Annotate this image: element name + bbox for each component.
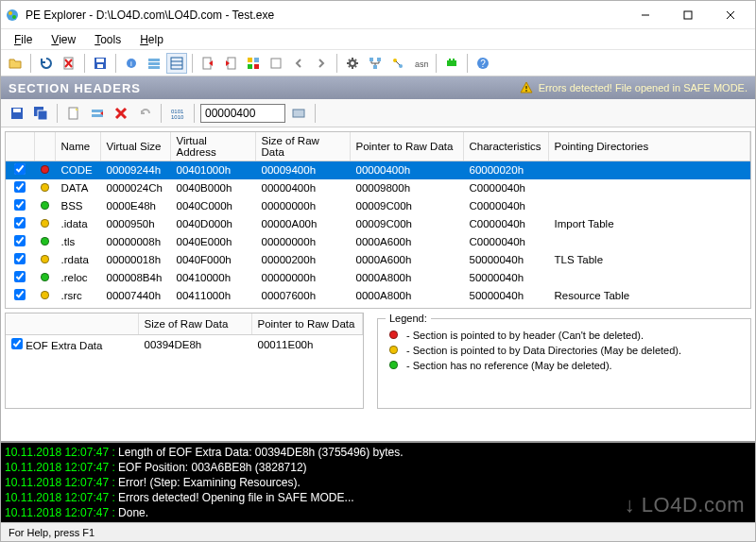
svg-rect-15 xyxy=(148,59,160,61)
table-row[interactable]: .rdata00000018h0040F000h00000200h0000A60… xyxy=(6,251,750,269)
section-table: Name Virtual Size Virtual Address Size o… xyxy=(5,131,751,309)
gear-icon[interactable] xyxy=(342,53,363,74)
tree-icon[interactable] xyxy=(365,53,386,74)
col-name[interactable]: Name xyxy=(55,132,100,161)
row-vsize: 00000018h xyxy=(100,251,170,269)
headers-icon[interactable]: i xyxy=(121,53,142,74)
goto-address-icon[interactable] xyxy=(288,103,309,124)
import-icon[interactable] xyxy=(220,53,241,74)
undo-icon[interactable] xyxy=(134,103,155,124)
warning-icon xyxy=(520,81,533,94)
svg-rect-23 xyxy=(248,58,252,62)
svg-text:1010: 1010 xyxy=(171,114,184,120)
row-chars: C0000040h xyxy=(463,179,548,197)
row-rawsize: 00007600h xyxy=(255,287,350,305)
table-row[interactable]: CODE00009244h00401000h00009400h00000400h… xyxy=(6,161,750,179)
row-vsize: 00007440h xyxy=(100,287,170,305)
refresh-icon[interactable] xyxy=(36,53,57,74)
address-input[interactable] xyxy=(200,104,285,123)
row-vaddr: 00401000h xyxy=(170,161,255,179)
menu-help[interactable]: Help xyxy=(132,31,171,48)
row-checkbox[interactable] xyxy=(14,217,26,229)
row-dot xyxy=(34,161,55,179)
log-console[interactable]: 10.11.2018 12:07:47 : Length of EOF Extr… xyxy=(1,441,755,522)
eof-row[interactable]: EOF Extra Data 00394DE8h 00011E00h xyxy=(6,334,363,355)
row-name: .rdata xyxy=(55,251,100,269)
row-pdir xyxy=(548,161,750,179)
row-rawptr: 0000A800h xyxy=(350,287,463,305)
separator xyxy=(84,54,85,73)
help-icon[interactable]: ? xyxy=(472,53,493,74)
nav-left-icon[interactable] xyxy=(288,53,309,74)
menu-file[interactable]: File xyxy=(7,31,40,48)
row-chars: 60000020h xyxy=(463,161,548,179)
save-all-sections-icon[interactable] xyxy=(30,103,51,124)
table-row[interactable]: BSS0000E48h0040C000h00000000h00009C00hC0… xyxy=(6,197,750,215)
save-icon[interactable] xyxy=(90,53,111,74)
delete-file-icon[interactable] xyxy=(59,53,79,74)
row-rawptr: 0000A800h xyxy=(350,269,463,287)
row-rawptr: 00000400h xyxy=(350,161,463,179)
row-checkbox[interactable] xyxy=(14,289,26,300)
delete-icon[interactable] xyxy=(111,103,131,124)
row-checkbox[interactable] xyxy=(14,181,26,193)
maximize-button[interactable] xyxy=(666,2,709,28)
row-dot xyxy=(34,269,55,287)
dependency-icon[interactable] xyxy=(387,53,408,74)
svg-rect-25 xyxy=(248,64,252,69)
row-vsize: 0000024Ch xyxy=(100,179,170,197)
col-vsize[interactable]: Virtual Size xyxy=(100,132,170,161)
menu-tools[interactable]: Tools xyxy=(87,31,129,48)
svg-rect-24 xyxy=(254,58,259,62)
col-chars[interactable]: Characteristics xyxy=(463,132,548,161)
table-row[interactable]: .rsrc00007440h00411000h00007600h0000A800… xyxy=(6,287,750,305)
panel-title: SECTION HEADERS xyxy=(9,81,141,95)
col-rawsize[interactable]: Size of Raw Data xyxy=(255,132,350,161)
warning-text: Errors detected! File opened in SAFE MOD… xyxy=(539,82,747,93)
resources-icon[interactable] xyxy=(243,53,264,74)
minimize-button[interactable] xyxy=(624,2,666,28)
sections-icon[interactable] xyxy=(166,53,187,74)
row-name: .idata xyxy=(55,215,100,233)
recalc-icon[interactable] xyxy=(87,103,108,124)
row-rawptr: 0000A600h xyxy=(350,233,463,251)
nav-right-icon[interactable] xyxy=(311,53,332,74)
table-row[interactable]: .idata0000950h0040D000h00000A00h00009C00… xyxy=(6,215,750,233)
svg-rect-12 xyxy=(97,64,103,68)
eof-checkbox[interactable] xyxy=(11,338,23,349)
table-row[interactable]: DATA0000024Ch0040B000h00000400h00009800h… xyxy=(6,179,750,197)
hex-icon[interactable]: 01011010 xyxy=(167,103,188,124)
table-header-row: Name Virtual Size Virtual Address Size o… xyxy=(6,132,750,161)
col-vaddr[interactable]: Virtual Address xyxy=(170,132,255,161)
disasm-icon[interactable]: asm xyxy=(410,53,431,74)
new-section-icon[interactable] xyxy=(63,103,84,124)
save-section-icon[interactable] xyxy=(7,103,27,124)
plugins-icon[interactable] xyxy=(441,53,462,74)
menu-view[interactable]: View xyxy=(43,31,83,48)
row-checkbox[interactable] xyxy=(14,235,26,246)
col-pdir[interactable]: Pointing Directories xyxy=(548,132,750,161)
svg-rect-46 xyxy=(38,110,47,120)
row-checkbox[interactable] xyxy=(14,253,26,264)
svg-line-34 xyxy=(396,61,400,65)
table-row[interactable]: .tls00000008h0040E000h00000000h0000A600h… xyxy=(6,233,750,251)
debug-icon[interactable] xyxy=(266,53,286,74)
row-checkbox[interactable] xyxy=(14,163,26,175)
row-checkbox[interactable] xyxy=(14,271,26,282)
row-pdir: Import Table xyxy=(548,215,750,233)
svg-text:asm: asm xyxy=(415,59,428,69)
separator xyxy=(115,54,116,73)
data-dir-icon[interactable] xyxy=(144,53,164,74)
window-title: PE Explorer - D:\LO4D.com\LO4D.com - Tes… xyxy=(26,8,624,22)
svg-text:?: ? xyxy=(480,59,486,69)
row-checkbox[interactable] xyxy=(14,199,26,211)
close-button[interactable] xyxy=(709,2,751,28)
table-row[interactable]: .reloc000008B4h00410000h00000000h0000A80… xyxy=(6,269,750,287)
row-pdir: TLS Table xyxy=(548,251,750,269)
row-name: .reloc xyxy=(55,269,100,287)
col-rawptr[interactable]: Pointer to Raw Data xyxy=(350,132,463,161)
open-icon[interactable] xyxy=(5,53,26,74)
export-icon[interactable] xyxy=(198,53,218,74)
row-vaddr: 00410000h xyxy=(170,269,255,287)
separator xyxy=(336,54,337,73)
